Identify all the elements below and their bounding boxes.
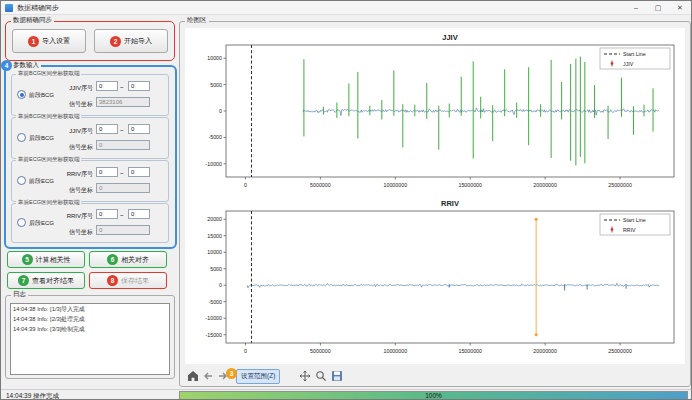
compute-correlation-label: 计算相关性 xyxy=(36,255,71,265)
svg-text:-10000: -10000 xyxy=(206,315,223,321)
svg-text:5000: 5000 xyxy=(210,82,222,88)
plot-area-group: 绘图区 JJIV05000000100000001500000020000000… xyxy=(179,21,691,387)
svg-text:Start Line: Start Line xyxy=(623,217,646,223)
window-title: 数据精确同步 xyxy=(17,3,59,13)
rriv-index-label: RRIV序号 xyxy=(57,212,93,221)
svg-text:-15000: -15000 xyxy=(206,332,223,338)
signal-coord-label: 信号坐标 xyxy=(57,100,93,109)
svg-text:15000: 15000 xyxy=(207,233,222,239)
import-settings-button[interactable]: 1 导入设置 xyxy=(12,29,86,53)
svg-text:0: 0 xyxy=(219,282,222,288)
svg-text:10000: 10000 xyxy=(207,249,222,255)
radio-front-ecg-label[interactable]: 前段ECG xyxy=(29,177,54,186)
radio-front-bcg-label[interactable]: 前段BCG xyxy=(29,91,54,100)
param-section-title: 靠前ECG区间坐标获取端 xyxy=(16,156,81,163)
signal-coord-label: 信号坐标 xyxy=(57,186,93,195)
rriv-index-to-input[interactable] xyxy=(128,209,150,219)
log-line: 14:04:38 Info: [1/3]导入完成 xyxy=(11,304,169,314)
jjiv-index-from-input[interactable] xyxy=(96,81,118,91)
radio-rear-bcg[interactable] xyxy=(17,133,26,142)
svg-text:-5000: -5000 xyxy=(208,299,222,305)
jjiv-index-label: JJIV序号 xyxy=(57,127,93,136)
correlation-align-label: 相关对齐 xyxy=(121,255,149,265)
jjiv-index-to-input[interactable] xyxy=(128,81,150,91)
jjiv-index-from-input[interactable] xyxy=(96,124,118,134)
params-group-label: 参数输入 xyxy=(11,61,41,70)
back-icon[interactable] xyxy=(201,369,214,382)
app-window: 数据精确同步 – ▢ ✕ 数据精确同步 1 导入设置 2 开始导入 参数输入 4… xyxy=(0,0,692,400)
svg-text:10000: 10000 xyxy=(207,55,222,61)
pan-icon[interactable] xyxy=(298,369,311,382)
svg-text:20000000: 20000000 xyxy=(533,182,557,188)
svg-text:0: 0 xyxy=(244,182,247,188)
svg-text:10000000: 10000000 xyxy=(384,348,408,354)
start-import-label: 开始导入 xyxy=(124,36,152,46)
svg-text:JJIV: JJIV xyxy=(623,61,634,67)
compute-correlation-button[interactable]: 5 计算相关性 xyxy=(7,251,85,268)
log-group: 日志 14:04:38 Info: [1/3]导入完成 14:04:38 Inf… xyxy=(5,295,175,379)
zoom-icon[interactable] xyxy=(314,369,327,382)
radio-front-ecg[interactable] xyxy=(17,176,26,185)
signal-coord-input xyxy=(96,183,150,193)
set-range-button[interactable]: 设置范围(Z) xyxy=(236,369,280,384)
param-section-rear-ecg: 靠后ECG区间坐标获取端 后段ECG RRIV序号 ~ 信号坐标 xyxy=(11,203,169,243)
step-badge-3: 3 xyxy=(226,368,237,379)
close-button[interactable]: ✕ xyxy=(669,1,691,14)
radio-rear-bcg-label[interactable]: 后段BCG xyxy=(29,134,54,143)
signal-coord-input xyxy=(96,225,150,235)
correlation-align-button[interactable]: 6 相关对齐 xyxy=(89,251,167,268)
jjiv-chart[interactable]: JJIV050000001000000015000000200000002500… xyxy=(186,30,684,192)
param-section-title: 靠前BCG区间坐标获取端 xyxy=(16,70,81,77)
rriv-chart[interactable]: RRIV050000001000000015000000200000002500… xyxy=(186,196,684,358)
view-align-result-label: 查看对齐结果 xyxy=(32,276,74,286)
range-separator: ~ xyxy=(120,170,124,176)
home-icon[interactable] xyxy=(186,369,199,382)
view-align-result-button[interactable]: 7 查看对齐结果 xyxy=(7,272,85,289)
range-separator: ~ xyxy=(120,212,124,218)
progress-percent: 100% xyxy=(180,392,687,399)
radio-front-bcg[interactable] xyxy=(17,90,26,99)
start-import-button[interactable]: 2 开始导入 xyxy=(94,29,168,53)
step-badge-8: 8 xyxy=(107,275,118,286)
rriv-index-label: RRIV序号 xyxy=(57,170,93,179)
step-badge-7: 7 xyxy=(18,275,29,286)
maximize-button[interactable]: ▢ xyxy=(647,1,669,14)
radio-rear-ecg-label[interactable]: 后段ECG xyxy=(29,219,54,228)
rriv-index-to-input[interactable] xyxy=(128,167,150,177)
log-group-label: 日志 xyxy=(11,290,28,299)
svg-text:Start Line: Start Line xyxy=(623,51,646,57)
plot-toolbar: 3 设置范围(Z) xyxy=(180,368,688,384)
rriv-index-from-input[interactable] xyxy=(96,167,118,177)
jjiv-index-to-input[interactable] xyxy=(128,124,150,134)
status-message: 14:04:39 操作完成 xyxy=(6,392,59,400)
figure-canvas[interactable]: JJIV050000001000000015000000200000002500… xyxy=(185,28,685,364)
svg-text:15000000: 15000000 xyxy=(458,348,482,354)
params-group: 参数输入 4 靠前BCG区间坐标获取端 前段BCG JJIV序号 ~ 信号坐标 … xyxy=(4,65,177,249)
signal-coord-input xyxy=(96,140,150,150)
minimize-button[interactable]: – xyxy=(625,1,647,14)
signal-coord-label: 信号坐标 xyxy=(57,143,93,152)
radio-rear-ecg[interactable] xyxy=(17,218,26,227)
param-section-title: 靠后BCG区间坐标获取端 xyxy=(16,113,81,120)
svg-text:0: 0 xyxy=(219,108,222,114)
svg-text:10000000: 10000000 xyxy=(384,182,408,188)
status-bar: 14:04:39 操作完成 100% xyxy=(1,389,691,400)
svg-text:-5000: -5000 xyxy=(208,134,222,140)
step-badge-1: 1 xyxy=(28,36,39,47)
log-line: 14:04:38 Info: [2/3]处理完成 xyxy=(11,314,169,324)
svg-text:15000000: 15000000 xyxy=(458,182,482,188)
svg-text:JJIV: JJIV xyxy=(442,33,457,42)
save-figure-icon[interactable] xyxy=(330,369,343,382)
rriv-index-from-input[interactable] xyxy=(96,209,118,219)
step-badge-6: 6 xyxy=(107,254,118,265)
import-group-label: 数据精确同步 xyxy=(11,16,54,25)
param-section-title: 靠后ECG区间坐标获取端 xyxy=(16,199,81,206)
step-badge-4: 4 xyxy=(1,60,12,71)
log-list[interactable]: 14:04:38 Info: [1/3]导入完成 14:04:38 Info: … xyxy=(10,303,170,375)
import-settings-label: 导入设置 xyxy=(42,36,70,46)
step-badge-5: 5 xyxy=(22,254,33,265)
save-result-button[interactable]: 8 保存结果 xyxy=(89,272,167,289)
svg-text:20000000: 20000000 xyxy=(533,348,557,354)
svg-text:5000000: 5000000 xyxy=(310,348,331,354)
title-bar[interactable]: 数据精确同步 – ▢ ✕ xyxy=(1,1,691,15)
